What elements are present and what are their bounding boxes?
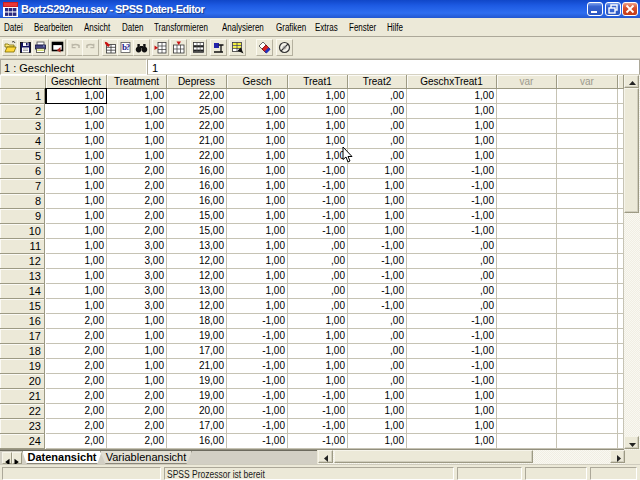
svg-text:?: ? [126, 43, 130, 52]
